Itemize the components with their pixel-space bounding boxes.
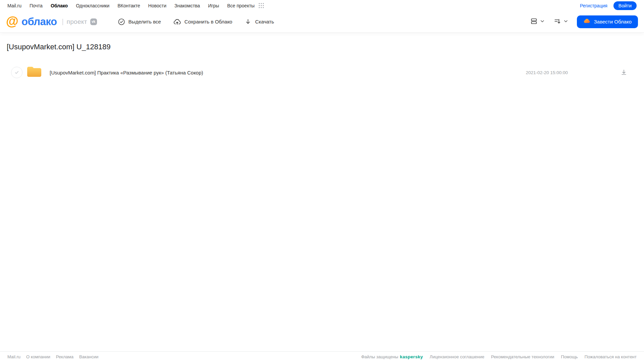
footer-license-link[interactable]: Лицензионное соглашение <box>430 354 484 359</box>
chevron-down-icon <box>563 19 568 25</box>
download-arrow-icon <box>244 18 252 25</box>
footer-help-link[interactable]: Помощь <box>561 354 578 359</box>
check-icon <box>14 70 19 75</box>
nav-oblako[interactable]: Облако <box>51 3 68 8</box>
kaspersky-logo[interactable]: kaspersky <box>400 354 423 359</box>
footer-mailru-link[interactable]: Mail.ru <box>7 354 20 359</box>
vk-badge-icon: vk <box>90 18 97 25</box>
save-to-cloud-button[interactable]: Сохранить в Облако <box>173 18 233 26</box>
cloud-header: @ облако | проект vk Выделить все <box>0 11 644 33</box>
sort-dropdown[interactable] <box>553 17 568 27</box>
file-name-link[interactable]: [UsupovMarket.com] Практика «Размывание … <box>50 70 203 75</box>
protected-label: Файлы защищены <box>361 354 398 359</box>
logo-divider: | <box>62 18 63 25</box>
nav-vkontakte[interactable]: ВКонтакте <box>117 3 140 8</box>
download-label: Скачать <box>255 19 274 24</box>
header-right-controls: Завести Облако <box>530 15 638 28</box>
portal-topbar: Mail.ru Почта Облако Одноклассники ВКонт… <box>0 0 644 11</box>
footer-recommendations-link[interactable]: Рекомендательные технологии <box>491 354 554 359</box>
cloud-logo-text: облако <box>21 16 57 28</box>
nav-mailru[interactable]: Mail.ru <box>7 3 21 8</box>
footer-about-link[interactable]: О компании <box>26 354 50 359</box>
nav-igry[interactable]: Игры <box>208 3 219 8</box>
cloud-upload-icon <box>173 18 181 26</box>
cloud-logo[interactable]: @ облако | проект vk <box>6 15 97 28</box>
file-toolbar: Выделить все Сохранить в Облако Скачать <box>118 18 274 26</box>
row-checkbox[interactable] <box>11 67 22 78</box>
list-view-icon <box>530 17 538 27</box>
project-label: проект <box>67 18 87 25</box>
portal-auth: Регистрация Войти <box>580 1 637 10</box>
footer-right-links: Файлы защищены kaspersky Лицензионное со… <box>361 354 637 359</box>
chevron-down-icon <box>540 19 545 25</box>
nav-znakomstva[interactable]: Знакомства <box>175 3 200 8</box>
select-all-button[interactable]: Выделить все <box>118 18 161 25</box>
kaspersky-note: Файлы защищены kaspersky <box>361 354 423 359</box>
portal-nav: Mail.ru Почта Облако Одноклассники ВКонт… <box>7 3 264 8</box>
check-circle-icon <box>118 18 125 25</box>
nav-pochta[interactable]: Почта <box>30 3 43 8</box>
login-button[interactable]: Войти <box>613 1 637 10</box>
get-cloud-button[interactable]: Завести Облако <box>577 15 638 28</box>
file-row[interactable]: [UsupovMarket.com] Практика «Размывание … <box>7 64 637 81</box>
row-download-icon[interactable] <box>620 69 628 76</box>
select-all-label: Выделить все <box>129 19 161 24</box>
download-button[interactable]: Скачать <box>244 18 274 25</box>
folder-icon[interactable] <box>27 65 42 80</box>
footer-jobs-link[interactable]: Вакансии <box>79 354 98 359</box>
footer-ads-link[interactable]: Реклама <box>56 354 73 359</box>
mailru-at-icon: @ <box>6 15 18 28</box>
footer-report-link[interactable]: Пожаловаться на контент <box>585 354 637 359</box>
file-date: 2021-02-20 15:00:00 <box>526 70 568 75</box>
view-mode-dropdown[interactable] <box>530 17 545 27</box>
nav-vse-proekty[interactable]: Все проекты <box>227 3 255 8</box>
footer-left-links: Mail.ru О компании Реклама Вакансии <box>7 354 98 359</box>
page-footer: Mail.ru О компании Реклама Вакансии Файл… <box>0 351 644 362</box>
sort-icon <box>553 17 561 27</box>
main-content: [UsupovMarket.com] U_128189 [UsupovMarke… <box>0 43 644 81</box>
cloud-logo-icon <box>583 17 591 26</box>
save-to-cloud-label: Сохранить в Облако <box>185 19 233 24</box>
nav-odnoklassniki[interactable]: Одноклассники <box>76 3 109 8</box>
nav-novosti[interactable]: Новости <box>148 3 166 8</box>
register-link[interactable]: Регистрация <box>580 3 607 8</box>
get-cloud-label: Завести Облако <box>594 19 632 24</box>
page-title: [UsupovMarket.com] U_128189 <box>7 43 637 51</box>
apps-grid-icon[interactable] <box>259 3 264 8</box>
